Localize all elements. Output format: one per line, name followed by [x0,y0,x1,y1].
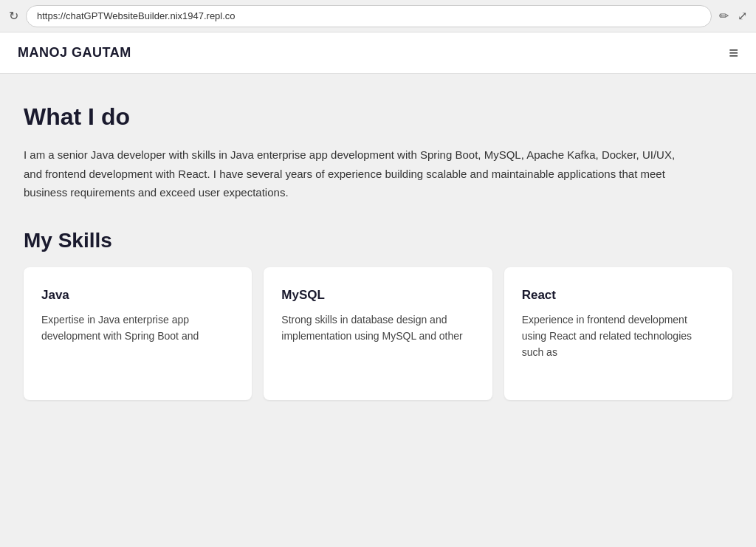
main-content: What I do I am a senior Java developer w… [0,74,756,547]
skills-section: My Skills Java Expertise in Java enterpr… [24,229,732,400]
skills-title: My Skills [24,229,732,252]
url-bar[interactable]: https://chatGPTWebsiteBuilder.nix1947.re… [26,5,712,27]
skill-desc-mysql: Strong skills in database design and imp… [281,312,474,345]
what-i-do-section: What I do I am a senior Java developer w… [24,103,732,202]
skill-card-java: Java Expertise in Java enterprise app de… [24,267,252,400]
what-i-do-description: I am a senior Java developer with skills… [24,145,688,202]
skill-card-react: React Experience in frontend development… [504,267,732,400]
skill-title-react: React [522,288,715,303]
browser-actions: ✏ ⤢ [719,9,747,23]
skills-grid: Java Expertise in Java enterprise app de… [24,267,732,400]
what-i-do-title: What I do [24,103,732,131]
browser-chrome: ↻ https://chatGPTWebsiteBuilder.nix1947.… [0,0,756,32]
edit-icon[interactable]: ✏ [719,9,729,23]
skill-desc-java: Expertise in Java enterprise app develop… [41,312,234,345]
reload-icon[interactable]: ↻ [9,9,18,23]
share-icon[interactable]: ⤢ [738,9,747,23]
navbar: MANOJ GAUTAM ≡ [0,32,756,74]
skill-card-mysql: MySQL Strong skills in database design a… [264,267,492,400]
skill-title-java: Java [41,288,234,303]
brand-name: MANOJ GAUTAM [18,45,131,61]
skill-desc-react: Experience in frontend development using… [522,312,715,361]
hamburger-menu-icon[interactable]: ≡ [729,45,738,61]
url-text: https://chatGPTWebsiteBuilder.nix1947.re… [37,10,236,21]
skill-title-mysql: MySQL [281,288,474,303]
